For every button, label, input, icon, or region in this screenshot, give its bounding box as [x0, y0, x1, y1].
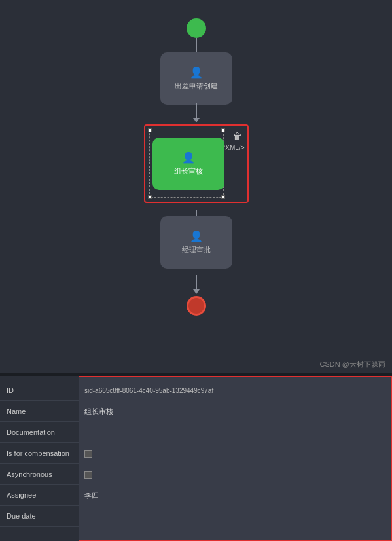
label-is-for-compensation: Is for compensation — [0, 443, 79, 464]
value-asynchronous[interactable] — [79, 464, 391, 485]
value-name[interactable]: 组长审核 — [79, 401, 391, 422]
label-documentation: Documentation — [0, 422, 79, 443]
task-label-3: 经理审批 — [182, 245, 211, 255]
label-asynchronous: Asynchronous — [0, 464, 79, 485]
label-name: Name — [0, 401, 79, 422]
task-label-1: 出差申请创建 — [175, 81, 218, 91]
watermark: CSDN @大树下躲雨 — [320, 360, 385, 369]
props-values-column: sid-a665c8ff-8061-4c40-95ab-1329449c97af… — [79, 376, 392, 541]
person-icon-3: 👤 — [190, 230, 203, 242]
checkbox-asynchronous[interactable] — [84, 471, 92, 479]
value-id[interactable]: sid-a665c8ff-8061-4c40-95ab-1329449c97af — [79, 381, 391, 401]
value-documentation[interactable] — [79, 422, 391, 443]
task-node-1[interactable]: 👤 出差申请创建 — [160, 52, 232, 105]
task-label-2: 组长审核 — [174, 166, 203, 176]
delete-icon[interactable]: 🗑 — [233, 131, 242, 141]
task-node-3[interactable]: 👤 经理审批 — [160, 216, 232, 269]
connector-2 — [193, 103, 200, 122]
checkbox-compensation[interactable] — [84, 450, 92, 458]
label-id: ID — [0, 380, 79, 401]
diagram-canvas: 👤 出差申请创建 🗑 <XML/> 👤 组长审核 👤 经理审批 — [0, 0, 392, 373]
properties-panel: ID Name Documentation Is for compensatio… — [0, 376, 392, 541]
start-node[interactable] — [187, 18, 206, 38]
handle-br[interactable] — [221, 195, 225, 199]
handle-tl[interactable] — [148, 128, 152, 132]
person-icon-1: 👤 — [190, 66, 203, 79]
handle-bl[interactable] — [148, 195, 152, 199]
props-labels-column: ID Name Documentation Is for compensatio… — [0, 376, 79, 541]
handle-tr[interactable] — [221, 128, 225, 132]
person-icon-2: 👤 — [182, 151, 195, 164]
value-due-date[interactable] — [79, 506, 391, 527]
selected-node-container[interactable]: 🗑 <XML/> 👤 组长审核 — [144, 124, 249, 203]
end-node[interactable] — [187, 296, 206, 316]
task-node-2[interactable]: 👤 组长审核 — [152, 138, 224, 190]
xml-label: <XML/> — [221, 144, 244, 151]
label-assignee: Assignee — [0, 485, 79, 506]
label-due-date: Due date — [0, 506, 79, 527]
value-assignee[interactable]: 李四 — [79, 485, 391, 506]
connector-4 — [193, 275, 200, 294]
properties-table: ID Name Documentation Is for compensatio… — [0, 376, 392, 541]
value-is-for-compensation[interactable] — [79, 443, 391, 464]
